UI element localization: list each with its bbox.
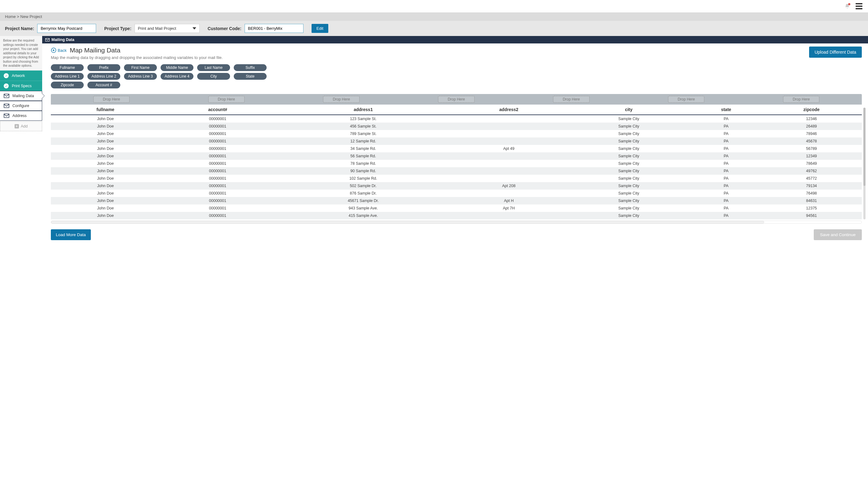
table-cell: PA [691,138,761,145]
drop-target-fullname[interactable]: Drop Here [93,96,130,103]
menu-icon[interactable] [856,3,862,9]
pill-account-[interactable]: Account # [87,82,120,88]
table-cell: 78946 [761,130,862,138]
table-cell: PA [691,115,761,122]
table-cell [451,138,566,145]
sidebar-item-label: Artwork [12,74,25,78]
data-table: fullnameaccount#address1address2citystat… [51,105,862,219]
project-name-input[interactable] [37,24,96,33]
project-type-select[interactable]: Print and Mail Project [134,24,199,33]
table-row: John Doe00000001415 Sample Ave.Sample Ci… [51,212,862,219]
sidebar-item-print-specs[interactable]: Print Specs [0,81,42,91]
pill-city[interactable]: City [197,73,230,80]
pill-middle-name[interactable]: Middle Name [161,64,193,71]
table-cell: 102 Sample Rd. [275,175,451,182]
table-cell: PA [691,122,761,130]
table-row: John Doe0000000112 Sample Rd.Sample City… [51,138,862,145]
table-row: John Doe0000000156 Sample Rd.Sample City… [51,152,862,160]
table-cell [451,152,566,160]
table-cell: 00000001 [160,190,275,197]
table-row: John Doe00000001456 Sample St.Sample Cit… [51,122,862,130]
table-cell: 56 Sample Rd. [275,152,451,160]
section-bar-title: Mailing Data [52,37,74,42]
table-header-row: fullnameaccount#address1address2citystat… [51,105,862,115]
back-link[interactable]: Back [51,48,67,53]
table-cell: Sample City [566,122,691,130]
load-more-button[interactable]: Load More Data [51,229,91,240]
upload-different-data-button[interactable]: Upload Different Data [809,47,862,58]
vertical-scrollbar[interactable] [863,108,866,219]
table-cell: 943 Sample Ave. [275,204,451,212]
table-cell: John Doe [51,182,160,190]
breadcrumb-home[interactable]: Home [5,14,16,19]
column-header-fullname: fullname [51,105,160,115]
sidebar-item-configure[interactable]: Configure [0,101,42,111]
notifications-icon[interactable] [844,3,850,9]
section-bar: Mailing Data [42,36,868,44]
table-cell [451,175,566,182]
table-cell: 79134 [761,182,862,190]
edit-button[interactable]: Edit [312,24,328,33]
table-cell: 00000001 [160,152,275,160]
drop-zone-row: Drop HereDrop HereDrop HereDrop HereDrop… [51,94,862,105]
table-cell: Apt 208 [451,182,566,190]
pill-prefix[interactable]: Prefix [87,64,120,71]
table-cell: Sample City [566,145,691,152]
drop-target-state[interactable]: Drop Here [668,96,704,103]
sidebar-item-label: Mailing Data [12,94,34,98]
pill-last-name[interactable]: Last Name [197,64,230,71]
customer-code-input[interactable] [245,24,304,33]
pill-suffix[interactable]: Suffix [234,64,267,71]
pill-fullname[interactable]: Fullname [51,64,84,71]
table-cell: 00000001 [160,130,275,138]
table-cell: John Doe [51,212,160,219]
drop-target-address2[interactable]: Drop Here [438,96,474,103]
notification-dot [848,3,850,5]
pill-address-line-1[interactable]: Address Line 1 [51,73,84,80]
drop-target-address1[interactable]: Drop Here [323,96,359,103]
pill-address-line-2[interactable]: Address Line 2 [87,73,120,80]
pill-zipcode[interactable]: Zipcode [51,82,84,88]
envelope-icon [4,94,9,98]
table-cell: PA [691,197,761,204]
table-cell: John Doe [51,190,160,197]
table-cell: Apt H [451,197,566,204]
drop-target-zipcode[interactable]: Drop Here [783,96,819,103]
table-cell: John Doe [51,197,160,204]
table-cell: 26489 [761,122,862,130]
check-icon [4,73,9,78]
pill-first-name[interactable]: First Name [124,64,157,71]
table-cell: PA [691,160,761,167]
pill-state[interactable]: State [234,73,267,80]
table-cell: 90 Sample Rd. [275,167,451,175]
sidebar-item-address[interactable]: Address [0,111,42,121]
chevron-down-icon [192,27,196,29]
table-cell: Sample City [566,152,691,160]
table-cell: Sample City [566,160,691,167]
save-continue-button[interactable]: Save and Continue [814,229,862,240]
drop-target-city[interactable]: Drop Here [553,96,589,103]
sidebar-item-mailing-data[interactable]: Mailing Data [0,91,42,101]
column-header-zipcode: zipcode [761,105,862,115]
topbar [0,0,868,12]
table-cell: 12 Sample Rd. [275,138,451,145]
table-cell: 876 Sample Dr. [275,190,451,197]
table-cell: 00000001 [160,138,275,145]
envelope-icon [45,38,50,41]
drop-target-account-[interactable]: Drop Here [208,96,245,103]
table-wrap: Drop HereDrop HereDrop HereDrop HereDrop… [51,94,862,224]
sidebar-item-artwork[interactable]: Artwork [0,70,42,81]
table-cell: John Doe [51,115,160,122]
sidebar-add-button[interactable]: + Add [0,121,42,131]
horizontal-scrollbar[interactable] [51,221,862,224]
table-cell: PA [691,204,761,212]
column-header-address1: address1 [275,105,451,115]
pill-address-line-4[interactable]: Address Line 4 [161,73,193,80]
table-cell: 502 Sample Dr. [275,182,451,190]
table-cell: 00000001 [160,197,275,204]
table-cell [451,115,566,122]
pill-address-line-3[interactable]: Address Line 3 [124,73,157,80]
table-cell: 76498 [761,190,862,197]
project-type-label: Project Type: [104,26,131,31]
table-row: John Doe00000001943 Sample Ave.Apt 7HSam… [51,204,862,212]
